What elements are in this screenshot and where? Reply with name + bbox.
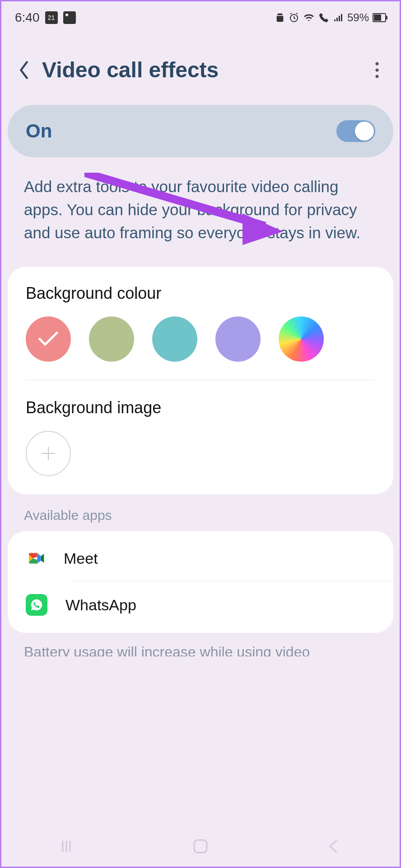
colour-swatch-pink[interactable] xyxy=(26,316,71,362)
master-switch[interactable] xyxy=(336,120,375,142)
colour-swatch-teal[interactable] xyxy=(152,316,197,362)
volte-icon xyxy=(318,12,329,23)
status-right: 59% xyxy=(275,11,386,24)
feature-description: Add extra tools to your favourite video … xyxy=(1,157,400,267)
colour-swatch-lavender[interactable] xyxy=(215,316,261,362)
bg-image-title: Background image xyxy=(26,398,375,417)
check-icon xyxy=(37,330,60,348)
app-row-whatsapp[interactable]: WhatsApp xyxy=(8,581,393,628)
svg-rect-4 xyxy=(194,840,207,853)
bg-colour-title: Background colour xyxy=(26,284,375,303)
status-left: 6:40 21 xyxy=(15,10,76,25)
colour-swatch-row xyxy=(26,316,375,380)
battery-warning-text: Battery usage will increase while using … xyxy=(1,644,400,656)
app-name-label: WhatsApp xyxy=(65,596,136,614)
available-apps-card: Meet WhatsApp xyxy=(8,531,393,633)
svg-point-1 xyxy=(376,62,379,65)
status-bar: 6:40 21 59% xyxy=(1,1,400,30)
whatsapp-icon xyxy=(26,594,47,616)
more-options-button[interactable] xyxy=(368,61,386,79)
gallery-icon xyxy=(63,11,76,24)
page-header: Video call effects xyxy=(1,30,400,105)
colour-swatch-rainbow[interactable] xyxy=(279,316,324,362)
home-button[interactable] xyxy=(187,837,214,855)
signal-icon xyxy=(333,12,344,23)
svg-point-2 xyxy=(376,68,379,71)
battery-icon xyxy=(373,13,386,22)
available-apps-header: Available apps xyxy=(1,508,400,531)
plus-icon xyxy=(40,445,56,462)
switch-thumb xyxy=(355,122,374,141)
app-name-label: Meet xyxy=(64,550,98,567)
system-nav-bar xyxy=(1,826,400,867)
colour-swatch-sage[interactable] xyxy=(89,316,134,362)
alarm-icon xyxy=(289,12,299,23)
back-button[interactable] xyxy=(15,61,33,79)
toggle-state-label: On xyxy=(26,120,52,142)
wifi-icon xyxy=(303,12,315,23)
recents-button[interactable] xyxy=(54,837,81,855)
google-meet-icon xyxy=(26,548,46,568)
svg-point-3 xyxy=(376,75,379,78)
calendar-icon: 21 xyxy=(45,11,58,24)
master-toggle-card[interactable]: On xyxy=(8,105,393,157)
add-image-button[interactable] xyxy=(26,431,71,476)
nav-back-button[interactable] xyxy=(320,837,347,855)
page-title: Video call effects xyxy=(42,57,359,82)
background-card: Background colour Background image xyxy=(8,267,393,494)
recycle-icon xyxy=(275,13,285,23)
app-row-meet[interactable]: Meet xyxy=(8,536,393,581)
status-time: 6:40 xyxy=(15,10,40,25)
battery-percent: 59% xyxy=(347,11,369,24)
